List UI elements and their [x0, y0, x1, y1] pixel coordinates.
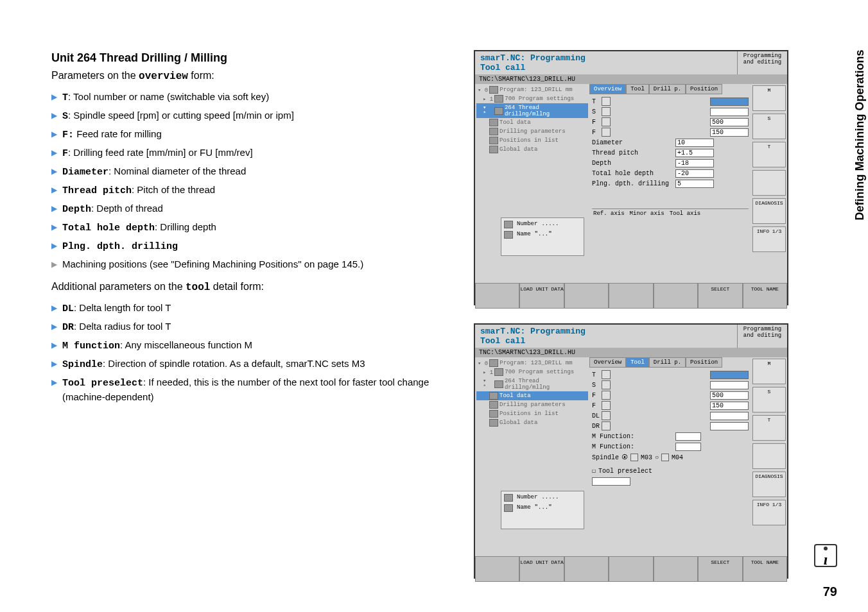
t-input[interactable] [710, 371, 749, 379]
preselect-label[interactable]: Tool preselect [598, 468, 652, 475]
mfunc-input[interactable] [675, 432, 701, 441]
sb-diagnosis[interactable]: DIAGNOSIS [752, 472, 786, 497]
bullet-icon: ▶ [51, 321, 57, 332]
total-input[interactable]: -20 [675, 169, 714, 178]
tab-position[interactable]: Position [686, 84, 722, 94]
tree-item[interactable]: ▸ 1700 Program settings [476, 368, 588, 377]
sk-select[interactable]: SELECT [698, 556, 742, 582]
tree-item[interactable]: Global data [476, 418, 588, 427]
program-tree[interactable]: ▾ 0Program: 123_DRILL mm ▸ 1700 Program … [475, 84, 589, 283]
pitch-input[interactable]: +1.5 [675, 149, 714, 157]
param-key: F: [62, 130, 74, 140]
feed-icon[interactable] [602, 401, 611, 410]
sk-blank[interactable] [609, 283, 653, 309]
tree-item[interactable]: ▾ 0Program: 123_DRILL mm [476, 359, 588, 368]
sk-blank[interactable] [564, 283, 609, 309]
tree-item[interactable]: Drilling parameters [476, 127, 588, 136]
tree-item[interactable]: ▾ *264 Thread drillng/mllng [476, 377, 588, 391]
mfunc-input[interactable] [675, 443, 701, 451]
sk-load[interactable]: LOAD UNIT DATA [519, 283, 564, 309]
right-sidebar: M S T DIAGNOSIS INFO 1/3 [751, 84, 787, 283]
sb-s[interactable]: S [752, 114, 786, 139]
f1-input[interactable]: 500 [710, 391, 749, 400]
sk-blank[interactable] [609, 556, 653, 582]
dr-input[interactable] [710, 422, 749, 430]
sb-m[interactable]: M [752, 359, 786, 384]
sk-toolname[interactable]: TOOL NAME [743, 556, 787, 582]
dl-input[interactable] [710, 412, 749, 420]
sb-blank[interactable] [752, 443, 786, 469]
sk-blank[interactable] [654, 556, 698, 582]
t-input[interactable] [710, 98, 749, 106]
program-tree[interactable]: ▾ 0Program: 123_DRILL mm ▸ 1700 Program … [475, 357, 589, 556]
dr-icon[interactable] [602, 421, 611, 430]
f2-input[interactable]: 150 [710, 402, 749, 410]
tab-overview[interactable]: Overview [589, 84, 626, 94]
tab-drill[interactable]: Drill p. [649, 357, 686, 368]
param-depth: ▶Depth: Depth of thread [51, 201, 449, 216]
speed-icon[interactable] [602, 107, 611, 116]
feed-icon[interactable] [602, 391, 611, 400]
form-tabs[interactable]: Overview Tool Drill p. Position [589, 84, 751, 94]
tree-item[interactable]: Positions in list [476, 136, 588, 145]
bullet-icon: ▶ [51, 203, 57, 214]
sb-blank[interactable] [752, 170, 786, 196]
tab-drill[interactable]: Drill p. [649, 84, 686, 94]
tree-item[interactable]: Positions in list [476, 409, 588, 418]
m04-radio[interactable] [661, 454, 669, 461]
tool-field-icon[interactable] [602, 97, 611, 106]
feed-icon[interactable] [602, 117, 611, 126]
sk-blank[interactable] [654, 283, 698, 309]
param-s: ▶S: Spindle speed [rpm] or cutting speed… [51, 108, 449, 123]
tree-item-active[interactable]: ▾ *264 Thread drillng/mllng [476, 103, 588, 118]
depth-input[interactable]: -18 [675, 159, 714, 167]
sk-blank[interactable] [564, 556, 609, 582]
sk-blank[interactable] [475, 556, 519, 582]
bullet-icon: ▶ [51, 377, 57, 388]
tree-item[interactable]: Drilling parameters [476, 400, 588, 409]
sb-t[interactable]: T [752, 142, 786, 167]
plng-input[interactable]: 5 [675, 180, 714, 188]
preselect-input[interactable] [592, 477, 630, 486]
tree-item[interactable]: ▸ 1700 Program settings [476, 94, 588, 103]
mfunc-label: M Function: [592, 433, 675, 440]
param-key: Spindle [62, 359, 103, 370]
tab-position[interactable]: Position [686, 357, 722, 368]
tree-item[interactable]: Tool data [476, 118, 588, 127]
sb-t[interactable]: T [752, 415, 786, 441]
tab-overview[interactable]: Overview [589, 357, 626, 368]
feed-icon[interactable] [602, 128, 611, 137]
sb-s[interactable]: S [752, 387, 786, 412]
add-suffix: detail form: [210, 281, 264, 292]
s-input[interactable] [710, 108, 749, 116]
sk-blank[interactable] [475, 283, 519, 309]
s-input[interactable] [710, 381, 749, 389]
tab-tool[interactable]: Tool [626, 357, 649, 368]
plng-label: Plng. dpth. drilling [592, 180, 675, 187]
tree-item[interactable]: ▾ 0Program: 123_DRILL mm [476, 85, 588, 94]
sb-info[interactable]: INFO 1/3 [752, 226, 786, 252]
f2-input[interactable]: 150 [710, 128, 749, 137]
form-tabs[interactable]: Overview Tool Drill p. Position [589, 357, 751, 368]
tool-graphic-icon [504, 231, 513, 239]
dia-input[interactable]: 10 [675, 139, 714, 147]
tree-item[interactable]: Global data [476, 145, 588, 154]
subtitle-prefix: Parameters on the [51, 70, 139, 81]
param-desc: : Spindle speed [rpm] or cutting speed [… [68, 110, 294, 121]
speed-icon[interactable] [602, 380, 611, 389]
sk-load[interactable]: LOAD UNIT DATA [519, 556, 564, 582]
sb-m[interactable]: M [752, 85, 786, 111]
param-desc: : Depth of thread [91, 203, 163, 214]
m03-radio[interactable] [630, 454, 638, 461]
tree-item-active[interactable]: Tool data [476, 391, 588, 400]
sk-select[interactable]: SELECT [698, 283, 742, 309]
sb-diagnosis[interactable]: DIAGNOSIS [752, 198, 786, 224]
dl-icon[interactable] [602, 411, 611, 420]
ref-axis: Ref. axis [593, 210, 625, 217]
sk-toolname[interactable]: TOOL NAME [743, 283, 787, 309]
m04-label: M04 [672, 454, 683, 461]
tool-field-icon[interactable] [602, 370, 611, 379]
sb-info[interactable]: INFO 1/3 [752, 500, 786, 525]
f1-input[interactable]: 500 [710, 118, 749, 126]
tab-tool[interactable]: Tool [626, 84, 649, 94]
